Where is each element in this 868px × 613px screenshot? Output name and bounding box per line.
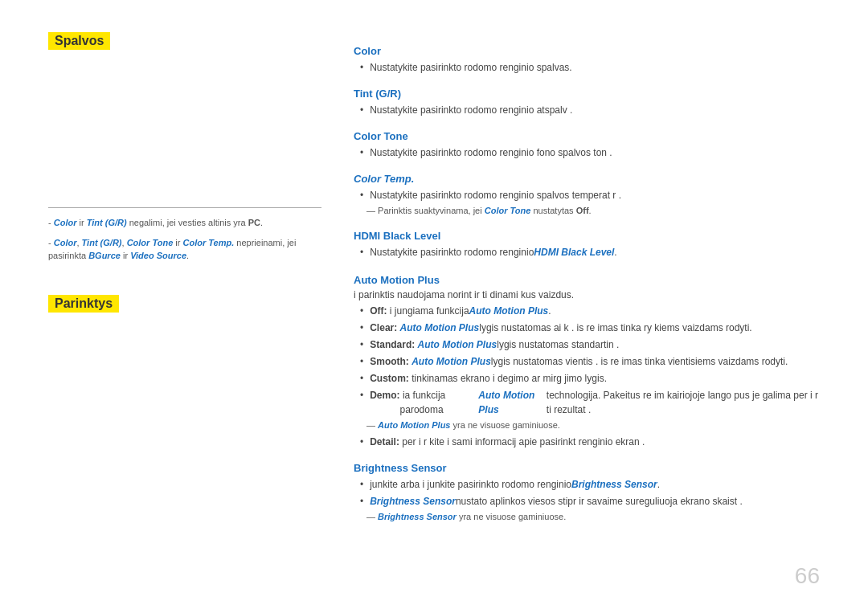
amp-bullet-detail: Detail: per i r kite i sami informacij a…: [354, 435, 820, 449]
amp-bullet-demo: Demo: ia funkcija parodoma Auto Motion P…: [354, 388, 820, 417]
color-bullet-1: Nustatykite pasirinkto rodomo renginio s…: [354, 60, 820, 75]
automotionplus-header: Auto Motion Plus: [354, 274, 820, 286]
colortone-bullet-1: Nustatykite pasirinkto rodomo renginio f…: [354, 145, 820, 160]
left-column: Spalvos Color ir Tint (G/R) negalimi, je…: [48, 32, 321, 581]
brightness-header: Brightness Sensor: [354, 462, 820, 474]
parinktys-sections: Auto Motion Plus i parinktis naudojama n…: [354, 274, 820, 523]
amp-bullet-off: Off: i jungiama funkcija Auto Motion Plu…: [354, 304, 820, 318]
spalvos-sections: Color Nustatykite pasirinkto rodomo reng…: [354, 45, 820, 260]
colortemp-header: Color Temp.: [354, 173, 820, 185]
hdmi-header: HDMI Black Level: [354, 230, 820, 242]
amp-bullet-clear: Clear: Auto Motion Plus lygis nustatomas…: [354, 321, 820, 335]
note-1: Color ir Tint (G/R) negalimi, jei vestie…: [48, 216, 321, 230]
section-tint: Tint (G/R) Nustatykite pasirinkto rodomo…: [354, 88, 820, 117]
colortemp-bullet-1: Nustatykite pasirinkto rodomo renginio s…: [354, 188, 820, 202]
note-2: Color, Tint (G/R), Color Tone ir Color T…: [48, 236, 321, 263]
tint-bullet-1: Nustatykite pasirinkto rodomo renginio a…: [354, 103, 820, 117]
section-colortone: Color Tone Nustatykite pasirinkto rodomo…: [354, 130, 820, 160]
section-color: Color Nustatykite pasirinkto rodomo reng…: [354, 45, 820, 75]
amp-bullet-custom: Custom: tinkinamas ekrano i degimo ar mi…: [354, 371, 820, 386]
brightness-bullet-1: junkite arba i junkite pasirinkto rodomo…: [354, 477, 820, 492]
automotionplus-intro: i parinktis naudojama norint ir ti dinam…: [354, 289, 820, 300]
hdmi-bullet-1: Nustatykite pasirinkto rodomo renginio H…: [354, 245, 820, 260]
brightness-bullet-2: Brightness Sensor nustato aplinkos vieso…: [354, 494, 820, 509]
page-number: 66: [795, 563, 820, 589]
right-column: Color Nustatykite pasirinkto rodomo reng…: [354, 32, 820, 581]
section-hdmi: HDMI Black Level Nustatykite pasirinkto …: [354, 230, 820, 260]
section-automotionplus: Auto Motion Plus i parinktis naudojama n…: [354, 274, 820, 448]
amp-bullet-standard: Standard: Auto Motion Plus lygis nustato…: [354, 337, 820, 352]
left-notes: Color ir Tint (G/R) negalimi, jei vestie…: [48, 207, 321, 263]
brightness-subnote-1: Brightness Sensor yra ne visuose gaminiu…: [366, 511, 820, 523]
tint-header: Tint (G/R): [354, 88, 820, 100]
section-brightness: Brightness Sensor junkite arba i junkite…: [354, 462, 820, 523]
spalvos-title: Spalvos: [48, 32, 321, 63]
colortone-header: Color Tone: [354, 130, 820, 142]
section-colortemp: Color Temp. Nustatykite pasirinkto rodom…: [354, 173, 820, 217]
amp-subnote-1: Auto Motion Plus yra ne visuose gaminiuo…: [366, 419, 820, 431]
colortemp-subnote-1: Parinktis suaktyvinama, jei Color Tone n…: [366, 205, 820, 217]
amp-bullet-smooth: Smooth: Auto Motion Plus lygis nustatoma…: [354, 354, 820, 369]
parinktys-title-section: Parinktys: [48, 295, 321, 325]
color-header: Color: [354, 45, 820, 57]
